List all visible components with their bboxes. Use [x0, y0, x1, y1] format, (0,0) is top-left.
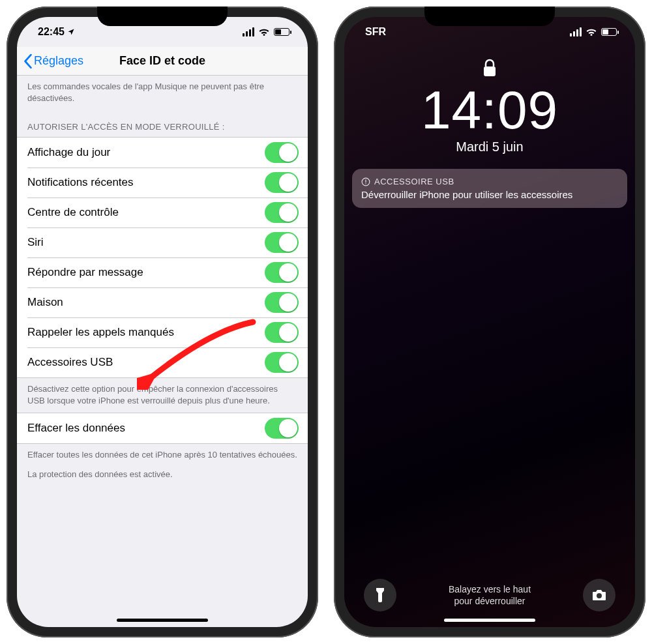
row-label: Effacer les données	[27, 422, 125, 435]
usb-notification[interactable]: ACCESSOIRE USB Déverrouiller iPhone pour…	[352, 169, 627, 208]
switch-control-center[interactable]	[265, 202, 299, 223]
lock-icon	[482, 59, 497, 78]
lock-access-list: Affichage du jour Notifications récentes…	[17, 137, 308, 378]
switch-return-calls[interactable]	[265, 322, 299, 343]
camera-button[interactable]	[583, 579, 615, 611]
phone-lockscreen: SFR 14:09 Mardi 5 juin ACCESSOIRE USB Dé…	[334, 7, 645, 637]
notification-header: ACCESSOIRE USB	[374, 177, 454, 186]
row-control-center[interactable]: Centre de contrôle	[17, 198, 308, 227]
flashlight-button[interactable]	[364, 579, 396, 611]
carrier: SFR	[365, 26, 386, 38]
switch-usb-accessories[interactable]	[265, 352, 299, 373]
switch-siri[interactable]	[265, 232, 299, 253]
row-label: Affichage du jour	[27, 146, 110, 159]
wifi-icon	[585, 27, 597, 37]
row-recent-notifications[interactable]: Notifications récentes	[17, 168, 308, 198]
erase-list: Effacer les données	[17, 413, 308, 444]
nav-header: Réglages Face ID et code	[17, 47, 308, 76]
svg-point-4	[597, 593, 602, 598]
row-label: Rappeler les appels manqués	[27, 326, 174, 339]
row-label: Accessoires USB	[27, 356, 113, 369]
row-siri[interactable]: Siri	[17, 227, 308, 257]
row-label: Siri	[27, 236, 44, 249]
lock-header: 14:09 Mardi 5 juin	[344, 59, 635, 154]
phone-settings: 22:45 Réglages Face ID et code Les comma…	[7, 7, 318, 637]
row-today-view[interactable]: Affichage du jour	[17, 138, 308, 168]
lock-screen: SFR 14:09 Mardi 5 juin ACCESSOIRE USB Dé…	[344, 17, 635, 627]
row-reply-message[interactable]: Répondre par message	[17, 257, 308, 287]
row-home[interactable]: Maison	[17, 287, 308, 317]
lock-date: Mardi 5 juin	[344, 139, 635, 154]
switch-today-view[interactable]	[265, 142, 299, 163]
row-label: Maison	[27, 296, 63, 309]
usb-footnote: Désactivez cette option pour empêcher la…	[17, 378, 308, 413]
home-indicator[interactable]	[117, 619, 208, 622]
alert-icon	[361, 177, 370, 186]
erase-footnote-2: La protection des données est activée.	[17, 467, 308, 487]
lock-bottom-row: Balayez vers le haut pour déverrouiller	[344, 579, 635, 611]
svg-rect-2	[365, 179, 366, 183]
battery-icon	[274, 28, 289, 36]
home-indicator[interactable]	[444, 619, 535, 622]
notch	[97, 7, 228, 26]
row-label: Notifications récentes	[27, 176, 134, 189]
notification-body: Déverrouiller iPhone pour utiliser les a…	[361, 189, 618, 200]
back-label: Réglages	[34, 54, 83, 68]
location-arrow-icon	[67, 28, 75, 36]
chevron-left-icon	[23, 54, 33, 68]
row-erase-data[interactable]: Effacer les données	[17, 413, 308, 443]
cellular-signal-icon	[243, 27, 254, 37]
lock-time: 14:09	[344, 83, 635, 137]
notch	[424, 7, 555, 26]
row-usb-accessories[interactable]: Accessoires USB	[17, 347, 308, 377]
row-label: Centre de contrôle	[27, 206, 119, 219]
row-label: Répondre par message	[27, 266, 143, 279]
switch-recent-notifications[interactable]	[265, 172, 299, 193]
settings-screen: 22:45 Réglages Face ID et code Les comma…	[17, 17, 308, 627]
erase-footnote-1: Effacer toutes les données de cet iPhone…	[17, 444, 308, 467]
section-header: AUTORISER L'ACCÈS EN MODE VERROUILLÉ :	[17, 110, 308, 137]
flashlight-icon	[374, 587, 387, 604]
cellular-signal-icon	[570, 27, 582, 37]
top-footnote: Les commandes vocales de l'app Musique n…	[17, 76, 308, 110]
svg-rect-3	[365, 183, 366, 184]
swipe-up-hint: Balayez vers le haut pour déverrouiller	[449, 583, 531, 607]
svg-rect-0	[484, 66, 496, 76]
switch-reply-message[interactable]	[265, 262, 299, 283]
row-return-calls[interactable]: Rappeler les appels manqués	[17, 317, 308, 347]
switch-home[interactable]	[265, 292, 299, 313]
wifi-icon	[258, 27, 270, 37]
battery-icon	[601, 28, 617, 36]
switch-erase-data[interactable]	[265, 418, 299, 439]
status-time: 22:45	[38, 26, 65, 38]
camera-icon	[591, 589, 607, 602]
back-button[interactable]: Réglages	[23, 54, 83, 68]
